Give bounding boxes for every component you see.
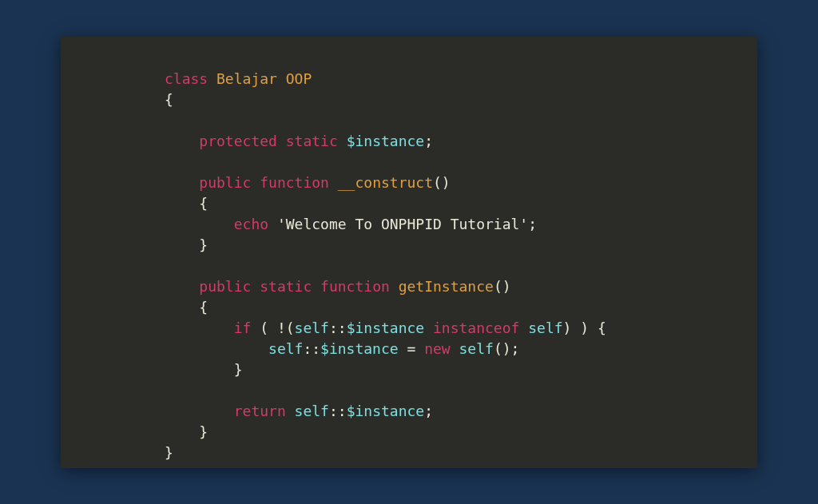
- semicolon: ;: [528, 216, 537, 232]
- brace-open: {: [199, 195, 208, 212]
- code-line-8: echo 'Welcome To ONPHPID Tutorial';: [165, 214, 757, 235]
- code-line-1: class Belajar OOP: [165, 69, 757, 89]
- code-line-2: {: [165, 89, 757, 110]
- code-panel: class Belajar OOP { protected static $in…: [61, 37, 757, 468]
- var-instance: $instance: [347, 133, 425, 149]
- code-line-5: [165, 152, 757, 173]
- var-instance: $instance: [347, 403, 425, 419]
- code-line-9: }: [165, 235, 757, 256]
- code-line-17: return self::$instance;: [165, 401, 757, 422]
- keyword-public: public: [199, 278, 251, 295]
- brace-close: }: [199, 423, 208, 440]
- string-literal: 'Welcome To ONPHPID Tutorial': [277, 216, 528, 232]
- keyword-function: function: [260, 174, 329, 191]
- code-line-6: public function __construct(): [165, 173, 757, 193]
- code-line-15: }: [165, 359, 757, 380]
- keyword-function: function: [320, 278, 390, 295]
- code-line-11: public static function getInstance(): [165, 276, 757, 297]
- code-line-4: protected static $instance;: [165, 131, 757, 152]
- scope-op: ::: [329, 403, 347, 419]
- keyword-new: new: [424, 340, 451, 357]
- method-getinstance: getInstance: [399, 278, 494, 295]
- code-line-18: }: [165, 422, 757, 442]
- parens: (): [494, 278, 511, 295]
- class-name: Belajar OOP: [216, 70, 312, 87]
- brace-close: }: [165, 444, 173, 461]
- keyword-return: return: [234, 403, 286, 419]
- keyword-public: public: [199, 174, 251, 191]
- parens: (): [433, 174, 451, 191]
- keyword-static: static: [286, 133, 338, 149]
- keyword-if: if: [234, 319, 252, 336]
- var-instance: $instance: [320, 340, 399, 357]
- scope-op: ::: [329, 319, 347, 336]
- code-line-7: {: [165, 193, 757, 214]
- brace-close: }: [199, 236, 208, 253]
- if-close: ) ) {: [563, 319, 606, 336]
- code-line-10: [165, 256, 757, 276]
- self-ref: self: [295, 403, 329, 419]
- brace-close: }: [234, 361, 243, 378]
- self-ref: self: [295, 319, 329, 336]
- keyword-protected: protected: [199, 133, 277, 149]
- keyword-class: class: [165, 70, 208, 87]
- tail: ();: [494, 340, 520, 357]
- semicolon: ;: [424, 403, 433, 419]
- keyword-echo: echo: [234, 216, 268, 232]
- code-line-16: [165, 380, 757, 401]
- method-construct: __construct: [338, 174, 433, 191]
- code-line-12: {: [165, 297, 757, 318]
- equals: =: [399, 340, 425, 357]
- self-ref: self: [528, 319, 562, 336]
- code-line-19: }: [165, 442, 757, 463]
- keyword-static: static: [260, 278, 312, 295]
- brace-open: {: [199, 299, 208, 315]
- scope-op: ::: [303, 340, 320, 357]
- if-open: ( !(: [251, 319, 294, 336]
- semicolon: ;: [424, 133, 433, 149]
- self-ref: self: [459, 340, 494, 357]
- code-line-13: if ( !(self::$instance instanceof self) …: [165, 318, 757, 339]
- keyword-instanceof: instanceof: [433, 319, 519, 336]
- code-line-14: self::$instance = new self();: [165, 339, 757, 359]
- var-instance: $instance: [347, 319, 425, 336]
- code-line-3: [165, 110, 757, 131]
- brace-open: {: [165, 91, 173, 108]
- self-ref: self: [268, 340, 303, 357]
